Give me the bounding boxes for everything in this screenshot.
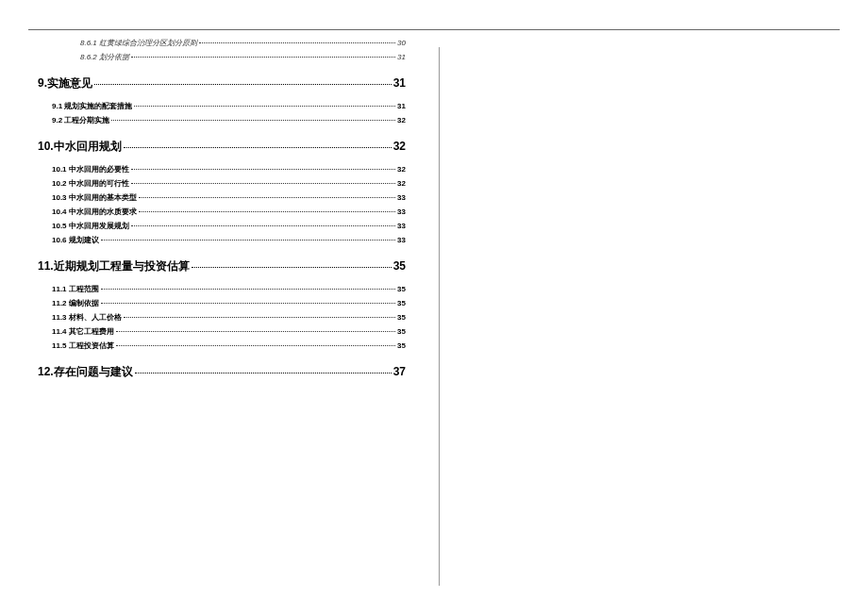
- toc-sub-entry: 10.2 中水回用的可行性32: [38, 178, 406, 189]
- toc-label: 10.5 中水回用发展规划: [52, 221, 129, 231]
- toc-page-number: 37: [393, 365, 406, 378]
- toc-sub-entry: 10.1 中水回用的必要性32: [38, 164, 406, 174]
- toc-page-number: 35: [397, 285, 406, 293]
- toc-chapter-entry: 9.实施意见31: [38, 75, 406, 91]
- toc-label: 11.3 材料、人工价格: [52, 312, 122, 323]
- toc-label: 11.2 编制依据: [52, 298, 99, 308]
- toc-column: 8.6.1 红黄绿综合治理分区划分原则308.6.2 划分依据319.实施意见3…: [0, 38, 434, 390]
- toc-label: 10.1 中水回用的必要性: [52, 164, 129, 174]
- toc-leader-dots: [101, 240, 395, 241]
- toc-label: 9.实施意见: [38, 75, 92, 91]
- toc-sub-entry: 11.3 材料、人工价格35: [38, 312, 406, 323]
- toc-page-number: 32: [397, 179, 406, 188]
- toc-page-number: 35: [397, 341, 406, 350]
- toc-leader-dots: [124, 147, 392, 148]
- toc-page-number: 33: [397, 222, 406, 230]
- toc-page-number: 35: [397, 327, 406, 336]
- toc-label: 8.6.1 红黄绿综合治理分区划分原则: [80, 38, 197, 48]
- toc-page-number: 33: [397, 193, 406, 202]
- toc-label: 9.1 规划实施的配套措施: [52, 101, 132, 111]
- toc-leader-dots: [134, 106, 395, 107]
- toc-leader-dots: [131, 169, 395, 170]
- toc-leader-dots: [192, 267, 392, 268]
- toc-leader-dots: [101, 303, 395, 304]
- toc-sub-entry: 11.2 编制依据35: [38, 298, 406, 308]
- toc-leader-dots: [94, 84, 392, 85]
- toc-leader-dots: [124, 317, 395, 318]
- toc-leader-dots: [139, 211, 395, 212]
- toc-leader-dots: [116, 345, 395, 346]
- header-rule: [28, 29, 840, 30]
- toc-subsub-entry: 8.6.1 红黄绿综合治理分区划分原则30: [38, 38, 406, 48]
- toc-label: 11.近期规划工程量与投资估算: [38, 258, 190, 274]
- toc-leader-dots: [131, 57, 395, 58]
- toc-label: 11.5 工程投资估算: [52, 340, 114, 351]
- toc-page-number: 31: [397, 102, 406, 110]
- toc-leader-dots: [131, 225, 395, 226]
- toc-label: 11.1 工程范围: [52, 284, 99, 294]
- toc-subsub-entry: 8.6.2 划分依据31: [38, 52, 406, 62]
- toc-label: 10.3 中水回用的基本类型: [52, 192, 137, 203]
- toc-page-number: 33: [397, 207, 406, 216]
- toc-leader-dots: [199, 42, 395, 43]
- toc-page-number: 30: [397, 39, 406, 47]
- toc-leader-dots: [131, 183, 395, 184]
- toc-sub-entry: 10.4 中水回用的水质要求33: [38, 207, 406, 217]
- toc-page-number: 31: [397, 53, 406, 61]
- toc-sub-entry: 11.1 工程范围35: [38, 284, 406, 294]
- toc-label: 8.6.2 划分依据: [80, 52, 129, 62]
- toc-leader-dots: [139, 197, 395, 198]
- toc-chapter-entry: 10.中水回用规划32: [38, 139, 406, 155]
- column-divider: [439, 47, 440, 586]
- toc-container: 8.6.1 红黄绿综合治理分区划分原则308.6.2 划分依据319.实施意见3…: [38, 38, 406, 380]
- toc-label: 10.中水回用规划: [38, 139, 122, 155]
- toc-page-number: 32: [397, 116, 406, 124]
- toc-chapter-entry: 12.存在问题与建议37: [38, 364, 406, 380]
- toc-leader-dots: [116, 331, 395, 332]
- toc-page-number: 33: [397, 236, 406, 244]
- toc-label: 11.4 其它工程费用: [52, 326, 114, 337]
- toc-page-number: 31: [393, 76, 406, 90]
- toc-label: 10.2 中水回用的可行性: [52, 178, 129, 189]
- toc-page-number: 35: [393, 259, 406, 273]
- toc-label: 12.存在问题与建议: [38, 364, 133, 380]
- toc-leader-dots: [111, 120, 395, 121]
- toc-page-number: 32: [393, 140, 406, 153]
- toc-sub-entry: 11.4 其它工程费用35: [38, 326, 406, 337]
- toc-chapter-entry: 11.近期规划工程量与投资估算35: [38, 258, 406, 274]
- toc-page-number: 35: [397, 313, 406, 322]
- toc-leader-dots: [101, 289, 395, 290]
- toc-page-number: 35: [397, 299, 406, 307]
- toc-label: 10.4 中水回用的水质要求: [52, 207, 137, 217]
- toc-label: 9.2 工程分期实施: [52, 115, 109, 125]
- toc-label: 10.6 规划建议: [52, 235, 99, 245]
- toc-page-number: 32: [397, 165, 406, 174]
- toc-leader-dots: [135, 373, 392, 373]
- toc-sub-entry: 10.3 中水回用的基本类型33: [38, 192, 406, 203]
- content-wrapper: 8.6.1 红黄绿综合治理分区划分原则308.6.2 划分依据319.实施意见3…: [0, 0, 868, 390]
- toc-sub-entry: 9.2 工程分期实施32: [38, 115, 406, 125]
- toc-sub-entry: 11.5 工程投资估算35: [38, 340, 406, 351]
- toc-sub-entry: 10.5 中水回用发展规划33: [38, 221, 406, 231]
- toc-sub-entry: 10.6 规划建议33: [38, 235, 406, 245]
- toc-sub-entry: 9.1 规划实施的配套措施31: [38, 101, 406, 111]
